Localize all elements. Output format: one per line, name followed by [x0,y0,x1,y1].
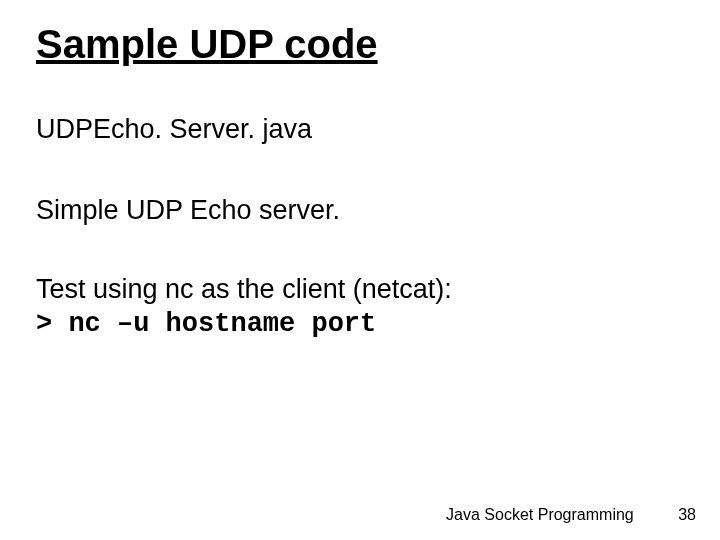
footer: Java Socket Programming 38 [446,506,696,524]
description-line: Simple UDP Echo server. [36,193,684,228]
slide-title: Sample UDP code [36,22,684,66]
command-line: > nc –u hostname port [36,307,684,342]
filename-line: UDPEcho. Server. java [36,112,684,147]
page-number: 38 [678,506,696,524]
footer-text: Java Socket Programming [446,506,634,523]
test-instruction-line: Test using nc as the client (netcat): [36,272,684,307]
slide: Sample UDP code UDPEcho. Server. java Si… [0,0,720,540]
